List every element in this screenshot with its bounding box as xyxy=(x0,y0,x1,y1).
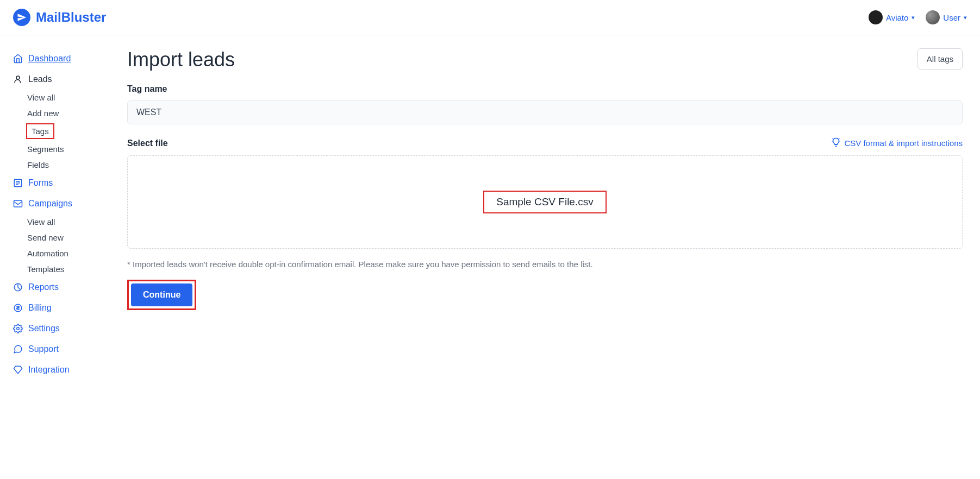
user-avatar xyxy=(926,10,940,24)
org-name: Aviato xyxy=(886,13,908,22)
nav-reports-label: Reports xyxy=(28,282,59,292)
nav-dashboard-label: Dashboard xyxy=(28,54,71,64)
page-title: Import leads xyxy=(127,48,235,71)
nav-settings[interactable]: Settings xyxy=(13,318,114,339)
nav-leads-segments[interactable]: Segments xyxy=(13,141,114,157)
logo-icon xyxy=(13,9,30,26)
nav-settings-label: Settings xyxy=(28,324,60,333)
tag-name-input[interactable] xyxy=(127,100,963,124)
svg-line-12 xyxy=(839,138,840,139)
chevron-down-icon: ▾ xyxy=(964,14,967,21)
nav-leads-add-new[interactable]: Add new xyxy=(13,105,114,121)
nav-leads-tags[interactable]: Tags xyxy=(26,123,54,139)
nav-forms-label: Forms xyxy=(28,178,53,188)
nav-leads-view-all[interactable]: View all xyxy=(13,90,114,105)
user-icon xyxy=(13,74,23,84)
sidebar: Dashboard Leads View all Add new Tags Se… xyxy=(0,35,114,393)
nav-integration-label: Integration xyxy=(28,365,70,375)
tag-name-label: Tag name xyxy=(127,84,963,94)
org-avatar xyxy=(869,10,883,24)
envelope-icon xyxy=(13,199,23,209)
nav-billing-label: Billing xyxy=(28,303,52,313)
nav-campaigns-send-new[interactable]: Send new xyxy=(13,230,114,245)
brand-logo[interactable]: MailBluster xyxy=(13,9,106,26)
chart-icon xyxy=(13,282,23,292)
nav-campaigns-automation[interactable]: Automation xyxy=(13,245,114,261)
nav-reports[interactable]: Reports xyxy=(13,277,114,298)
dollar-icon xyxy=(13,303,23,313)
brand-name: MailBluster xyxy=(36,10,106,25)
nav-support[interactable]: Support xyxy=(13,339,114,360)
uploaded-file-name: Sample CSV File.csv xyxy=(483,191,606,213)
csv-link-text: CSV format & import instructions xyxy=(844,138,963,148)
continue-button[interactable]: Continue xyxy=(131,283,192,306)
nav-campaigns-view-all[interactable]: View all xyxy=(13,214,114,230)
nav-leads[interactable]: Leads xyxy=(13,69,114,90)
disclaimer-text: * Imported leads won't receive double op… xyxy=(127,260,963,269)
svg-point-8 xyxy=(17,327,20,330)
org-switcher[interactable]: Aviato ▾ xyxy=(869,10,915,24)
svg-line-11 xyxy=(833,138,833,139)
nav-support-label: Support xyxy=(28,344,59,354)
continue-highlight: Continue xyxy=(127,280,196,310)
chat-icon xyxy=(13,344,23,354)
user-menu[interactable]: User ▾ xyxy=(926,10,967,24)
nav-forms[interactable]: Forms xyxy=(13,173,114,193)
home-icon xyxy=(13,54,23,64)
nav-dashboard[interactable]: Dashboard xyxy=(13,48,114,69)
file-dropzone[interactable]: Sample CSV File.csv xyxy=(127,155,963,249)
svg-point-0 xyxy=(16,76,20,79)
svg-rect-5 xyxy=(14,200,22,207)
chevron-down-icon: ▾ xyxy=(912,14,915,21)
form-icon xyxy=(13,178,23,188)
nav-campaigns[interactable]: Campaigns xyxy=(13,193,114,214)
user-name: User xyxy=(943,13,960,22)
csv-instructions-link[interactable]: CSV format & import instructions xyxy=(831,137,963,149)
nav-billing[interactable]: Billing xyxy=(13,298,114,318)
nav-campaigns-label: Campaigns xyxy=(28,199,72,209)
nav-leads-fields[interactable]: Fields xyxy=(13,157,114,173)
main-content: Import leads All tags Tag name Select fi… xyxy=(114,35,980,393)
select-file-label: Select file xyxy=(127,138,168,148)
gear-icon xyxy=(13,324,23,333)
nav-integration[interactable]: Integration xyxy=(13,360,114,380)
all-tags-button[interactable]: All tags xyxy=(917,48,963,70)
diamond-icon xyxy=(13,365,23,375)
nav-leads-label: Leads xyxy=(28,74,52,84)
nav-campaigns-templates[interactable]: Templates xyxy=(13,261,114,277)
bulb-icon xyxy=(831,137,841,149)
